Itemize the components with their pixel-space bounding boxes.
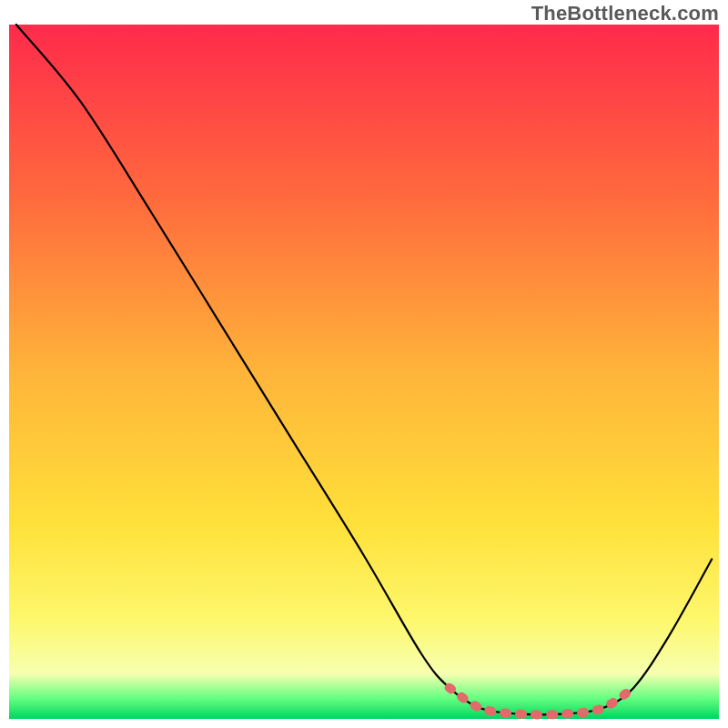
bottleneck-chart <box>0 0 728 728</box>
plot-background <box>9 25 719 719</box>
watermark-text: TheBottleneck.com <box>531 2 719 25</box>
chart-stage: TheBottleneck.com <box>0 0 728 728</box>
